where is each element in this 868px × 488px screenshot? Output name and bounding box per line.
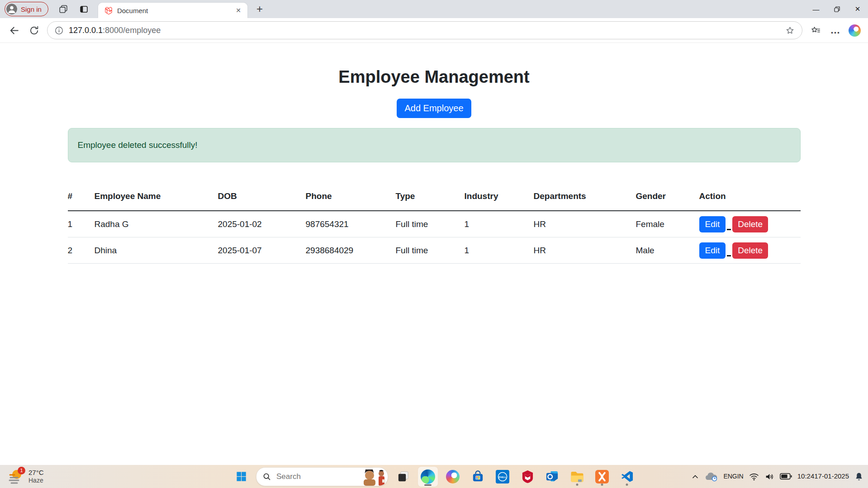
new-tab-button[interactable]: + (254, 3, 266, 15)
address-bar[interactable]: 127.0.0.1:8000/employee (47, 21, 802, 39)
favorites-icon[interactable] (809, 24, 822, 37)
taskbar-search[interactable] (256, 467, 388, 486)
copilot-taskbar-button[interactable] (443, 467, 463, 487)
onedrive-icon[interactable] (704, 472, 718, 482)
tray-chevron-up-icon[interactable] (692, 473, 699, 480)
restore-button[interactable] (826, 0, 847, 18)
header-action: Action (699, 191, 801, 211)
header-industry: Industry (465, 191, 534, 211)
row-actions: Edit Delete (699, 216, 801, 232)
dell-app-button[interactable]: D∊LL (493, 467, 512, 487)
language-indicator[interactable]: ENG IN (723, 473, 743, 480)
clock-widget[interactable]: 10:24 17-01-2025 (797, 472, 849, 481)
header-gender: Gender (636, 191, 699, 211)
url-text[interactable]: 127.0.0.1:8000/employee (69, 26, 161, 35)
edge-taskbar-button[interactable] (418, 467, 438, 487)
header-num: # (68, 191, 95, 211)
mcafee-shield-icon (521, 469, 534, 483)
delete-button[interactable]: Delete (732, 242, 768, 259)
mcafee-app-button[interactable] (517, 467, 537, 487)
copilot-icon[interactable] (849, 24, 861, 37)
workspaces-icon[interactable] (57, 3, 69, 15)
microsoft-store-button[interactable] (468, 467, 488, 487)
taskbar: 1 27°C Haze (0, 465, 868, 488)
cell-type: Full time (396, 211, 465, 237)
language-line1: ENG (723, 473, 737, 480)
search-input[interactable] (275, 472, 336, 482)
task-view-icon (397, 470, 410, 483)
volume-icon[interactable] (764, 472, 774, 482)
battery-icon[interactable] (780, 473, 792, 480)
table-row: 1 Radha G 2025-01-02 987654321 Full time… (68, 211, 801, 237)
system-tray: ENG IN 10:24 17-01-2025 (692, 465, 865, 488)
add-favorite-star-icon[interactable] (785, 26, 795, 35)
window-controls: — ✕ (806, 0, 868, 18)
header-type: Type (396, 191, 465, 211)
search-highlight-image (360, 468, 388, 486)
outlook-app-button[interactable] (542, 467, 562, 487)
table-header-row: # Employee Name DOB Phone Type Industry … (68, 191, 801, 211)
screen: Sign in Document ✕ + — ✕ (0, 0, 868, 488)
clock-time: 10:24 (797, 472, 815, 481)
vscode-app-button[interactable] (617, 467, 637, 487)
notification-bell-icon[interactable] (854, 472, 863, 482)
haze-weather-icon: 1 (7, 468, 24, 486)
back-icon[interactable] (7, 24, 21, 37)
tab-actions-icon[interactable] (78, 3, 90, 15)
store-icon (471, 469, 485, 483)
active-app-indicator (424, 484, 432, 486)
success-alert: Employee deleted successfully! (68, 128, 801, 162)
cell-type: Full time (396, 237, 465, 264)
refresh-icon[interactable] (27, 24, 41, 37)
more-menu-icon[interactable]: … (829, 24, 842, 37)
sign-in-button[interactable]: Sign in (5, 2, 48, 16)
header-dob: DOB (218, 191, 306, 211)
taskbar-center: D∊LL (231, 465, 637, 488)
running-app-dot (576, 483, 579, 486)
page-title: Employee Management (0, 67, 868, 87)
employee-table: # Employee Name DOB Phone Type Industry … (68, 191, 801, 264)
edit-button[interactable]: Edit (699, 216, 726, 232)
cell-industry: 1 (465, 211, 534, 237)
edit-link-underscore (727, 229, 731, 230)
add-employee-button[interactable]: Add Employee (397, 99, 471, 118)
cell-gender: Female (636, 211, 699, 237)
xampp-icon (595, 470, 609, 483)
edit-link-underscore (727, 255, 731, 256)
laravel-favicon-icon (104, 6, 113, 14)
tab-close-icon[interactable]: ✕ (234, 7, 243, 14)
url-path: :8000/employee (103, 26, 161, 35)
cell-name: Radha G (95, 211, 218, 237)
cell-phone: 987654321 (306, 211, 396, 237)
outlook-icon (545, 470, 560, 483)
folder-icon (570, 470, 584, 483)
task-view-button[interactable] (393, 467, 413, 487)
xampp-app-button[interactable] (592, 467, 612, 487)
header-phone: Phone (306, 191, 396, 211)
search-icon (263, 473, 271, 481)
site-info-icon[interactable] (55, 26, 63, 35)
cell-num: 2 (68, 237, 95, 264)
cell-industry: 1 (465, 237, 534, 264)
cell-departments: HR (534, 237, 636, 264)
cell-phone: 2938684029 (306, 237, 396, 264)
wifi-icon[interactable] (749, 473, 759, 481)
browser-tabstrip: Sign in Document ✕ + — ✕ (0, 0, 868, 18)
start-button[interactable] (231, 467, 251, 487)
tab-document[interactable]: Document ✕ (98, 3, 247, 18)
close-window-button[interactable]: ✕ (847, 0, 868, 18)
file-explorer-button[interactable] (567, 467, 587, 487)
dell-icon: D∊LL (496, 470, 509, 483)
header-departments: Departments (534, 191, 636, 211)
vscode-icon (621, 470, 634, 483)
running-app-dot (626, 483, 628, 486)
weather-widget[interactable]: 1 27°C Haze (4, 465, 47, 488)
edit-button[interactable]: Edit (699, 242, 726, 259)
profile-avatar-icon (6, 4, 17, 14)
cell-dob: 2025-01-07 (218, 237, 306, 264)
delete-button[interactable]: Delete (732, 216, 768, 232)
edge-icon (421, 469, 435, 484)
cell-departments: HR (534, 211, 636, 237)
cell-dob: 2025-01-02 (218, 211, 306, 237)
minimize-button[interactable]: — (806, 0, 826, 18)
